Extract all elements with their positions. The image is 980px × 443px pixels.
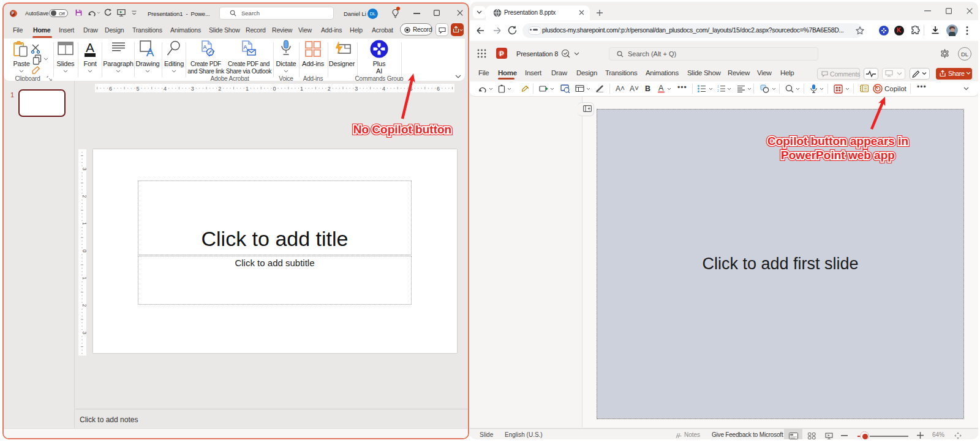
svg-text:A: A <box>146 46 154 58</box>
svg-text:A: A <box>243 44 247 50</box>
svg-text:Copilot button appears in: Copilot button appears in <box>767 135 908 147</box>
svg-text:1: 1 <box>300 86 303 92</box>
svg-text:6: 6 <box>109 86 112 92</box>
svg-text:PowerPoint web app: PowerPoint web app <box>781 149 895 162</box>
svg-text:0: 0 <box>273 86 276 92</box>
svg-text:A: A <box>86 40 94 54</box>
svg-text:1: 1 <box>81 277 87 280</box>
svg-text:4: 4 <box>164 86 167 92</box>
svg-text:2: 2 <box>81 195 87 198</box>
svg-text:0: 0 <box>81 250 87 253</box>
svg-text:P: P <box>499 50 504 58</box>
svg-text:1: 1 <box>81 222 87 225</box>
svg-text:5: 5 <box>136 86 139 92</box>
svg-text:1: 1 <box>717 84 719 88</box>
svg-text:2: 2 <box>328 86 331 92</box>
svg-text:2: 2 <box>717 89 719 92</box>
svg-text:1: 1 <box>246 86 249 92</box>
svg-text:A: A <box>203 44 207 50</box>
svg-text:3: 3 <box>191 86 194 92</box>
svg-text:3: 3 <box>81 331 87 334</box>
svg-text:2: 2 <box>218 86 221 92</box>
svg-text:No Copilot button: No Copilot button <box>353 123 451 136</box>
svg-text:2: 2 <box>81 304 86 307</box>
svg-text:3: 3 <box>81 168 87 171</box>
